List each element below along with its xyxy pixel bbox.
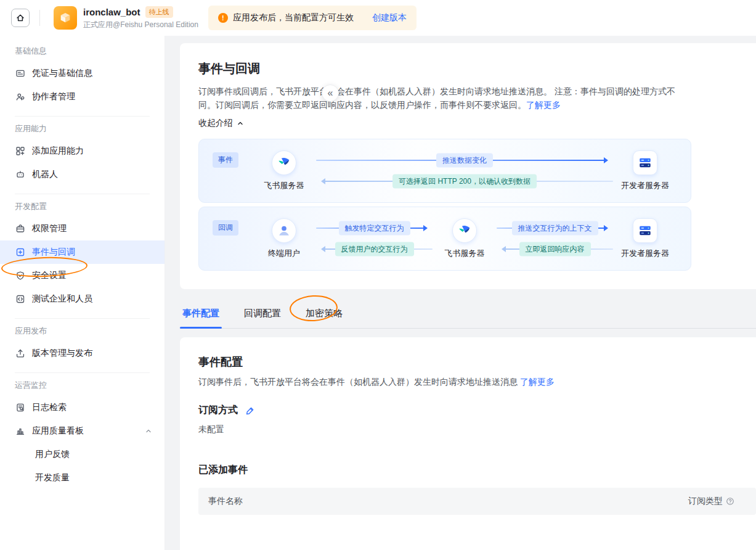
shield-check-icon [15,271,25,281]
package-icon [59,11,72,25]
arrow-label: 推送数据变化 [436,154,493,168]
sidebar-item-dev-quality[interactable]: 开发质量 [0,466,165,490]
sidebar-item-label: 添加应用能力 [32,146,84,157]
sidebar-divider [15,372,150,373]
sidebar-section-title: 基础信息 [0,46,165,57]
back-arrow: 立即返回响应内容 [494,240,616,258]
sidebar-item-security[interactable]: 安全设置 [0,264,165,287]
robot-icon [15,170,25,179]
app-meta: ironclaw_bot 待上线 正式应用@Feishu Personal Ed… [83,6,198,30]
sidebar-item-log-search[interactable]: 日志检索 [0,396,165,419]
feishu-logo-icon [272,150,296,175]
sidebar-item-label: 版本管理与发布 [32,348,92,359]
callback-tag: 回调 [213,220,238,236]
end-user-node: 终端用户 [254,218,314,259]
sidebar-item-label: 凭证与基础信息 [32,68,92,79]
sidebar-item-permissions[interactable]: 权限管理 [0,217,165,240]
arrow-label: 可选择返回 HTTP 200，以确认收到数据 [392,174,537,189]
subscription-type-label: 订阅类型 [688,496,723,507]
create-version-link[interactable]: 创建版本 [372,12,407,23]
home-button[interactable] [11,9,30,27]
sidebar-section-title: 运营监控 [0,380,165,391]
sidebar-item-bot[interactable]: 机器人 [0,163,165,186]
event-config-description: 订阅事件后，飞书开放平台将会在事件（如机器人入群）发生时向请求地址推送消息 了解… [198,377,756,388]
sidebar-section-title: 应用发布 [0,326,165,337]
event-callback-icon [15,247,25,257]
home-icon [15,13,25,23]
events-diagram: 事件 飞书服务器 推送数据变化 可选择返回 HTTP 200，以确认收到数据 [198,139,691,271]
sidebar-item-label: 测试企业和人员 [32,293,92,305]
sidebar-collapse-button[interactable]: « [322,84,339,102]
collaborators-icon [15,92,25,102]
top-header: ironclaw_bot 待上线 正式应用@Feishu Personal Ed… [0,0,756,36]
intro-text: 订阅事件或回调后，飞书开放平台将会在事件（如机器人入群）发生时向请求地址推送消息… [198,86,675,110]
learn-more-link[interactable]: 了解更多 [520,377,555,387]
node-label: 开发者服务器 [621,180,669,191]
chevron-up-icon [237,120,244,127]
feishu-server-node: 飞书服务器 [254,150,314,191]
added-events-heading: 已添加事件 [198,464,756,477]
app-name: ironclaw_bot [83,7,140,17]
sidebar-item-label: 权限管理 [32,223,67,234]
arrow-label: 触发特定交互行为 [339,221,410,236]
events-callbacks-card: 事件与回调 订阅事件或回调后，飞书开放平台将会在事件（如机器人入群）发生时向请求… [180,43,756,289]
sidebar-item-add-capability[interactable]: 添加应用能力 [0,139,165,163]
help-icon[interactable] [726,497,734,506]
callback-flow-row: 回调 终端用户 触发特定交互行为 反馈用户的交互行为 [198,207,691,271]
event-config-card: 事件配置 订阅事件后，飞书开放平台将会在事件（如机器人入群）发生时向请求地址推送… [180,337,756,550]
collapse-intro-label: 收起介绍 [198,118,233,129]
sidebar-item-label: 应用质量看板 [32,425,84,437]
forward-arrow: 推送交互行为的上下文 [494,220,616,237]
event-arrows: 推送数据变化 可选择返回 HTTP 200，以确认收到数据 [314,152,616,190]
sidebar-item-credentials[interactable]: 凭证与基础信息 [0,62,165,85]
chevron-up-icon [145,427,152,435]
sidebar-item-test-enterprise[interactable]: 测试企业和人员 [0,287,165,311]
sidebar-section-title: 应用能力 [0,123,165,134]
developer-server-node: 开发者服务器 [616,218,675,259]
tab-callback-config[interactable]: 回调配置 [242,300,283,328]
bar-chart-icon [15,426,25,436]
arrow-label: 推送交互行为的上下文 [512,221,598,236]
forward-arrow: 推送数据变化 [314,152,616,169]
callback-arrows-1: 触发特定交互行为 反馈用户的交互行为 [314,220,435,258]
forward-arrow: 触发特定交互行为 [314,220,435,237]
log-search-icon [15,403,25,412]
event-tag: 事件 [213,152,238,168]
server-icon [633,218,657,243]
feishu-server-node: 飞书服务器 [435,218,494,259]
sidebar: 基础信息 凭证与基础信息 协作者管理 应用能力 添加应用能力 机器人 开发配置 … [0,36,165,550]
sidebar-item-label: 开发质量 [35,472,70,483]
sidebar-item-label: 安全设置 [32,270,67,281]
sidebar-item-events-callbacks[interactable]: 事件与回调 [0,240,165,264]
event-flow-row: 事件 飞书服务器 推送数据变化 可选择返回 HTTP 200，以确认收到数据 [198,139,691,203]
warning-icon: ! [218,13,228,23]
sidebar-item-version-release[interactable]: 版本管理与发布 [0,342,165,365]
collapse-intro-toggle[interactable]: 收起介绍 [198,118,244,129]
back-arrow: 反馈用户的交互行为 [314,240,435,258]
sidebar-item-quality-dashboard[interactable]: 应用质量看板 [0,419,165,443]
tab-encryption-strategy[interactable]: 加密策略 [303,300,345,328]
sidebar-item-label: 用户反馈 [35,449,70,460]
status-badge: 待上线 [145,6,173,18]
publish-warning-banner: ! 应用发布后，当前配置方可生效 创建版本 [208,6,417,30]
sidebar-item-user-feedback[interactable]: 用户反馈 [0,443,165,466]
tab-event-config[interactable]: 事件配置 [180,300,222,328]
events-table-header: 事件名称 订阅类型 [198,488,756,515]
arrow-label: 反馈用户的交互行为 [335,242,414,257]
sidebar-divider [15,318,150,319]
app-subtitle: 正式应用@Feishu Personal Edition [83,20,198,30]
tab-bar: 事件配置 回调配置 加密策略 [180,300,756,329]
edit-icon[interactable] [245,406,255,416]
sidebar-item-collaborators[interactable]: 协作者管理 [0,85,165,109]
sidebar-item-label: 日志检索 [32,402,67,413]
server-icon [633,150,657,175]
node-label: 飞书服务器 [264,180,304,191]
node-label: 终端用户 [268,248,300,259]
header-divider [39,10,40,26]
event-config-title: 事件配置 [198,355,756,369]
user-icon [272,218,296,243]
sidebar-section-title: 开发配置 [0,201,165,212]
learn-more-link[interactable]: 了解更多 [526,100,561,110]
subscription-method-value: 未配置 [198,424,756,435]
app-icon [54,6,77,30]
